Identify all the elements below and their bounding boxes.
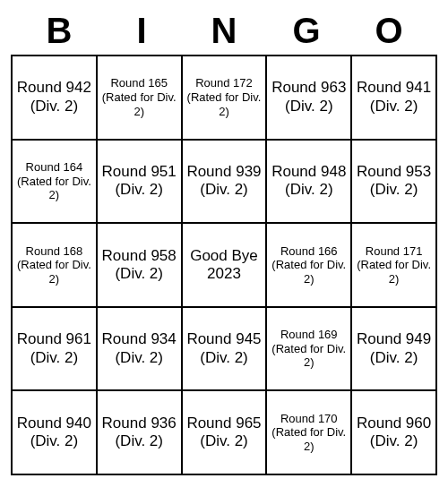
bingo-cell[interactable]: Round 953 (Div. 2) <box>351 140 436 224</box>
bingo-cell[interactable]: Round 949 (Div. 2) <box>351 307 436 391</box>
bingo-cell[interactable]: Round 965 (Div. 2) <box>182 390 267 474</box>
bingo-cell[interactable]: Round 936 (Div. 2) <box>97 390 182 474</box>
bingo-letter-n: N <box>183 11 265 51</box>
bingo-cell[interactable]: Round 941 (Div. 2) <box>351 56 436 140</box>
bingo-cell[interactable]: Round 171 (Rated for Div. 2) <box>351 223 436 307</box>
bingo-cell[interactable]: Round 958 (Div. 2) <box>97 223 182 307</box>
bingo-letter-o: O <box>348 11 430 51</box>
bingo-cell[interactable]: Round 168 (Rated for Div. 2) <box>12 223 97 307</box>
bingo-cell[interactable]: Round 164 (Rated for Div. 2) <box>12 140 97 224</box>
bingo-cell[interactable]: Round 934 (Div. 2) <box>97 307 182 391</box>
bingo-cell[interactable]: Round 942 (Div. 2) <box>12 56 97 140</box>
bingo-cell[interactable]: Round 172 (Rated for Div. 2) <box>182 56 267 140</box>
bingo-header: B I N G O <box>11 11 437 51</box>
bingo-cell[interactable]: Round 166 (Rated for Div. 2) <box>266 223 351 307</box>
bingo-cell[interactable]: Round 165 (Rated for Div. 2) <box>97 56 182 140</box>
bingo-grid: Round 942 (Div. 2)Round 165 (Rated for D… <box>11 55 437 475</box>
bingo-cell[interactable]: Round 963 (Div. 2) <box>266 56 351 140</box>
bingo-cell[interactable]: Round 961 (Div. 2) <box>12 307 97 391</box>
bingo-cell[interactable]: Round 169 (Rated for Div. 2) <box>266 307 351 391</box>
bingo-cell[interactable]: Good Bye 2023 <box>182 223 267 307</box>
bingo-cell[interactable]: Round 170 (Rated for Div. 2) <box>266 390 351 474</box>
bingo-letter-g: G <box>265 11 348 51</box>
bingo-cell[interactable]: Round 951 (Div. 2) <box>97 140 182 224</box>
bingo-letter-i: I <box>100 11 183 51</box>
bingo-cell[interactable]: Round 940 (Div. 2) <box>12 390 97 474</box>
bingo-cell[interactable]: Round 948 (Div. 2) <box>266 140 351 224</box>
bingo-cell[interactable]: Round 945 (Div. 2) <box>182 307 267 391</box>
bingo-cell[interactable]: Round 939 (Div. 2) <box>182 140 267 224</box>
bingo-letter-b: B <box>18 11 100 51</box>
bingo-cell[interactable]: Round 960 (Div. 2) <box>351 390 436 474</box>
